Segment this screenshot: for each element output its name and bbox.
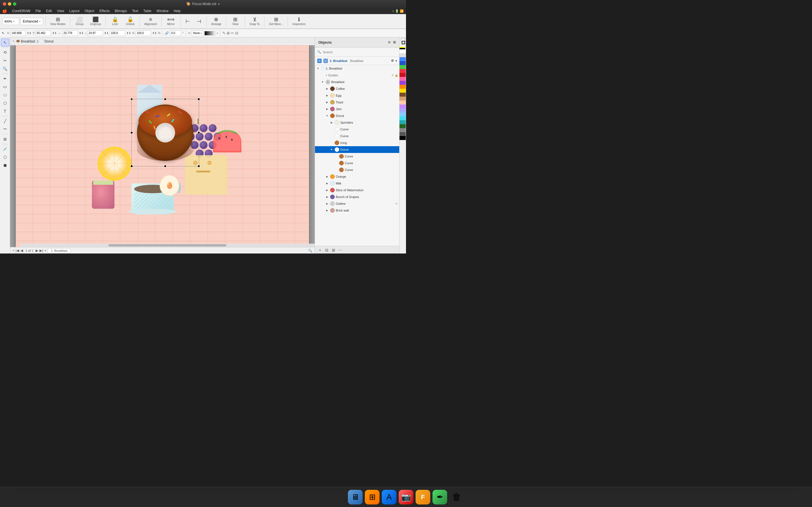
menu-bitmaps[interactable]: Bitmaps (112, 8, 129, 13)
none-color[interactable] (400, 45, 405, 49)
handle-ml[interactable] (131, 131, 133, 134)
convert-icon[interactable]: ⊞ (227, 31, 230, 35)
node-tool-icon[interactable]: ✎ (222, 31, 225, 35)
handle-tl[interactable] (131, 98, 133, 100)
last-page-button[interactable]: ▶| (40, 248, 43, 252)
link-scale-icon[interactable]: 🔗 (165, 31, 169, 35)
text-tool[interactable]: T (1, 107, 9, 115)
first-page-button[interactable]: |◀ (15, 248, 19, 252)
height-spinners[interactable]: ⬆⬇ (104, 32, 109, 35)
menu-effects[interactable]: Effects (97, 8, 112, 13)
tree-item-breakfast[interactable]: G Breakfast (315, 78, 399, 86)
panel-header-icons[interactable]: ✕ ⊞ (388, 40, 396, 45)
color-swatch-yellow[interactable] (400, 89, 406, 93)
outline-vis-icon[interactable]: 👁 (395, 202, 398, 205)
color-swatch-lavender[interactable] (400, 108, 406, 112)
zoom-dropdown-icon[interactable]: ▾ (13, 20, 15, 23)
smart-fill-tool[interactable]: ⬢ (1, 161, 9, 169)
color-swatch-peach[interactable] (400, 101, 406, 105)
tree-item-jam[interactable]: Jam (315, 106, 399, 112)
zoom-selector[interactable]: 400% ▾ (2, 18, 19, 25)
tree-item-curve4[interactable]: Curve (315, 160, 399, 166)
maximize-button[interactable] (13, 2, 16, 6)
arrange-button[interactable]: ⊕ Arrange (209, 15, 223, 27)
color-swatch-blue2[interactable] (400, 61, 406, 65)
scalew-spinners[interactable]: ⬆⬇ (126, 32, 131, 35)
breadcrumb-item-donut[interactable]: 📄 Donut (40, 40, 54, 43)
menu-window[interactable]: Window (154, 8, 171, 13)
expand-root-arrow[interactable] (316, 66, 320, 70)
unlock-button[interactable]: 🔓 Unlock (123, 15, 137, 27)
tree-item-milk[interactable]: Milk (315, 180, 399, 187)
dropdown-arrow-icon[interactable]: ▾ (218, 3, 220, 6)
expand-brickwall-arrow[interactable] (325, 209, 329, 212)
color-swatch-lightgray[interactable] (400, 53, 406, 57)
context-arrow-icon[interactable]: ▾ (396, 59, 397, 62)
donut[interactable]: ✕ (137, 105, 193, 161)
handle-tr[interactable] (198, 98, 200, 100)
color-swatch-blue1[interactable] (400, 57, 406, 61)
tree-item-guides[interactable]: + Guides 👁 🔒 (315, 72, 399, 78)
artistic-media-tool[interactable]: 〜 (1, 125, 9, 133)
expand-donut-arrow[interactable] (325, 114, 329, 118)
menu-text[interactable]: Text (130, 8, 140, 13)
align-center-button[interactable]: ⊣ (194, 15, 204, 27)
color-swatch-brown[interactable] (400, 93, 406, 97)
handle-bc[interactable] (164, 165, 166, 167)
canvas-page[interactable]: ✕ (16, 43, 309, 248)
get-more-button[interactable]: ⊞ Get More... (267, 15, 285, 27)
tree-item-curve1[interactable]: ~ Curve (315, 126, 399, 133)
stroke-color-box[interactable] (402, 41, 405, 44)
page-tab-1[interactable]: 1: Breakfast (48, 248, 70, 253)
color-swatch-cyan[interactable] (400, 116, 406, 120)
color-swatch-purple[interactable] (400, 81, 406, 85)
mirror-button[interactable]: ⟺ Mirror (164, 15, 178, 27)
color-swatch-pink[interactable] (400, 77, 406, 81)
menu-view[interactable]: View (55, 8, 66, 13)
add-layer-button[interactable]: + (317, 247, 323, 253)
expand-milk-arrow[interactable] (325, 181, 329, 185)
tree-item-orange[interactable]: Orange (315, 173, 399, 180)
menu-table[interactable]: Table (141, 8, 154, 13)
expand-watermelon-arrow[interactable] (325, 188, 329, 192)
horizontal-scrollbar[interactable] (20, 244, 315, 247)
close-panel-icon[interactable]: ✕ (388, 40, 391, 45)
expand-sprinkles-arrow[interactable] (329, 121, 334, 124)
tree-item-curve5[interactable]: Curve (315, 166, 399, 173)
guides-lock-icon[interactable]: 🔒 (395, 74, 398, 77)
ellipse-tool[interactable]: ⬭ (1, 91, 9, 99)
snap-to-button[interactable]: ⊻ Snap To (247, 15, 262, 27)
tree-item-grapes[interactable]: Bunch of Grapes (315, 193, 399, 200)
align-left-button[interactable]: ⊢ (183, 15, 193, 27)
expand-toast-arrow[interactable] (325, 100, 329, 104)
add-page-end-button[interactable]: + (44, 248, 47, 252)
expand-outline-arrow[interactable] (325, 202, 329, 206)
color-swatch-white[interactable] (400, 49, 406, 53)
tree-item-curve2[interactable]: ~ Curve (315, 133, 399, 139)
menu-layout[interactable]: Layout (67, 8, 82, 13)
more-options-icon[interactable]: ⊟ (235, 31, 238, 35)
color-swatch-tan[interactable] (400, 97, 406, 101)
more-options-button[interactable]: ⋯ (338, 247, 343, 253)
color-swatch-green[interactable] (400, 65, 406, 69)
apple-menu[interactable]: 🍎 (2, 9, 7, 13)
panel-settings-icon[interactable]: ⊞ (393, 40, 396, 45)
select-tool[interactable]: ↖ (1, 39, 9, 47)
search-input[interactable] (323, 50, 397, 54)
eyedropper-tool[interactable]: 💉 (1, 145, 9, 153)
expand-breakfast-arrow[interactable] (320, 80, 324, 84)
scaleh-spinners[interactable]: ⬆⬇ (152, 32, 157, 35)
tree-item-curve3[interactable]: Curve (315, 153, 399, 160)
rotation-input[interactable] (170, 31, 181, 36)
color-swatch-lightpurple[interactable] (400, 105, 406, 108)
tree-item-coffee[interactable]: Coffee (315, 86, 399, 92)
expand-egg-arrow[interactable] (325, 94, 329, 98)
x-spinners[interactable]: ⬆⬇ (27, 32, 31, 35)
tree-item-icing[interactable]: Icing (315, 139, 399, 146)
breakfast-scene[interactable]: ✕ (81, 68, 244, 231)
tree-item-brickwall[interactable]: Brick wall (315, 207, 399, 214)
handle-tc[interactable] (164, 98, 166, 100)
scale-w-input[interactable] (110, 31, 125, 36)
color-palette[interactable] (399, 38, 406, 253)
view-button[interactable]: ⊞ View (229, 15, 243, 27)
